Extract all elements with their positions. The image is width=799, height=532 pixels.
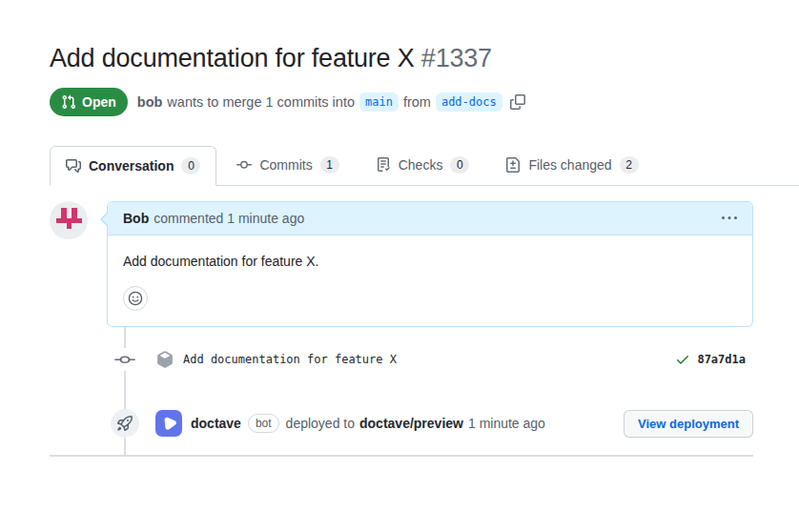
pull-request-page: Add documentation for feature X #1337 Op…: [0, 42, 799, 457]
tab-files-changed[interactable]: Files changed 2: [489, 145, 654, 185]
comment-author-link[interactable]: Bob: [123, 211, 149, 226]
pr-meta-from-word: from: [403, 94, 431, 110]
bottom-divider: [50, 455, 753, 457]
rocket-icon: [117, 416, 133, 431]
base-branch-label[interactable]: main: [359, 92, 399, 112]
kebab-horizontal-icon: [722, 211, 737, 226]
tab-conversation-label: Conversation: [89, 158, 174, 174]
doctave-logo-icon: [155, 410, 182, 437]
deploy-time: 1 minute ago: [468, 416, 545, 431]
comment-box: Bob commented 1 minute ago Add documenta…: [107, 201, 753, 327]
rocket-badge: [111, 409, 139, 438]
deploy-environment: doctave/preview: [359, 416, 463, 431]
pr-meta-sentence: bob wants to merge 1 commits into main f…: [137, 92, 525, 112]
smiley-icon: [128, 291, 143, 306]
comment-text: Add documentation for feature X.: [123, 252, 737, 272]
tab-checks-label: Checks: [399, 157, 443, 173]
pr-tab-nav: Conversation 0 Commits 1 Checks 0 Files …: [50, 145, 799, 186]
pr-author-link[interactable]: bob: [137, 94, 163, 110]
git-pull-request-icon: [61, 94, 76, 110]
tab-checks-count: 0: [450, 156, 469, 174]
checklist-icon: [376, 157, 391, 173]
tab-commits[interactable]: Commits 1: [220, 145, 355, 185]
deployment-text: doctave bot deployed to doctave/preview …: [191, 414, 545, 433]
deploy-action-text: deployed to: [286, 416, 355, 431]
commit-message-link[interactable]: Add documentation for feature X: [183, 353, 397, 366]
bot-badge: bot: [248, 414, 279, 433]
pr-state-badge: Open: [50, 88, 128, 116]
pr-title-text: Add documentation for feature X: [50, 44, 415, 72]
pr-meta-text: wants to merge 1 commits into: [167, 94, 355, 110]
head-branch-label[interactable]: add-docs: [436, 92, 502, 112]
pr-meta-row: Open bob wants to merge 1 commits into m…: [50, 88, 753, 116]
doctave-logo[interactable]: [155, 410, 182, 437]
tab-commits-count: 1: [320, 156, 339, 174]
commit-status: 87a7d1a: [675, 352, 746, 367]
view-deployment-button[interactable]: View deployment: [624, 410, 753, 438]
file-diff-icon: [505, 157, 521, 173]
pr-timeline: Bob commented 1 minute ago Add documenta…: [50, 201, 753, 455]
add-reaction-button[interactable]: [123, 286, 148, 311]
deployment-row: doctave bot deployed to doctave/preview …: [50, 409, 753, 438]
commit-row: Add documentation for feature X 87a7d1a: [50, 348, 753, 371]
tab-commits-label: Commits: [259, 157, 312, 173]
author-avatar[interactable]: [50, 201, 88, 239]
comment-row: Bob commented 1 minute ago Add documenta…: [50, 201, 753, 327]
commit-sha-link[interactable]: 87a7d1a: [697, 353, 746, 366]
tab-files-changed-label: Files changed: [528, 157, 611, 173]
tab-files-changed-count: 2: [620, 156, 639, 174]
git-commit-icon: [236, 157, 252, 173]
tab-conversation[interactable]: Conversation 0: [50, 146, 216, 186]
tab-conversation-count: 0: [181, 157, 200, 174]
package-icon: [156, 351, 174, 368]
git-commit-marker-icon: [113, 348, 136, 371]
comment-body: Add documentation for feature X.: [108, 235, 752, 326]
comment-action-text: commented 1 minute ago: [154, 211, 304, 226]
comment-header: Bob commented 1 minute ago: [108, 202, 752, 235]
pr-number: #1337: [421, 44, 492, 72]
pr-title: Add documentation for feature X #1337: [50, 42, 753, 74]
copy-branch-button[interactable]: [510, 94, 525, 110]
identicon: [56, 208, 82, 234]
tab-checks[interactable]: Checks 0: [359, 145, 486, 185]
committer-avatar[interactable]: [155, 350, 174, 369]
check-icon[interactable]: [675, 352, 690, 367]
deploy-app-name[interactable]: doctave: [191, 416, 241, 431]
pr-state-label: Open: [82, 92, 116, 112]
comment-options-button[interactable]: [722, 211, 737, 226]
comment-discussion-icon: [66, 158, 81, 174]
copy-icon: [510, 94, 525, 110]
